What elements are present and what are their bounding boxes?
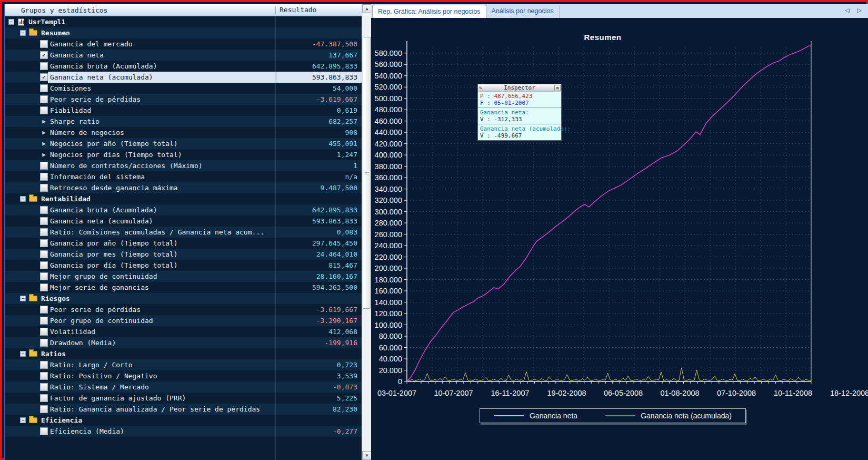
checkbox-unchecked[interactable] bbox=[40, 372, 48, 380]
tree-row-stat[interactable]: Ratio: Sistema / Mercado-0,073 bbox=[5, 381, 362, 393]
tree-row-stat[interactable]: Ratio: Largo / Corto0,723 bbox=[5, 359, 362, 370]
tree-row-stat[interactable]: ✔Ganancia neta137,667 bbox=[5, 50, 362, 61]
tree-row-group[interactable]: −Riesgos bbox=[5, 293, 362, 304]
expand-arrow-icon[interactable]: ▶ bbox=[40, 140, 48, 147]
scrollbar-thumb[interactable] bbox=[363, 37, 371, 309]
tree-row-stat[interactable]: Ganancia por año (Tiempo total)297.645,4… bbox=[5, 238, 362, 249]
collapse-icon[interactable]: − bbox=[8, 19, 14, 25]
tree-row-stat[interactable]: Mejor grupo de continuidad28.160,167 bbox=[5, 271, 362, 282]
tree-row-stat[interactable]: ▶Negocios por año (Tiempo total)455,091 bbox=[5, 138, 362, 149]
tree-row-stat[interactable]: Peor serie de pérdidas-3.619,667 bbox=[5, 304, 362, 315]
tree-row-stat[interactable]: Ganancia del mercado-47.387,500 bbox=[5, 38, 362, 50]
checkbox-unchecked[interactable] bbox=[40, 405, 48, 413]
tree-row-stat[interactable]: Retroceso desde ganancia máxima9.487,500 bbox=[5, 182, 362, 193]
row-controls bbox=[5, 427, 48, 435]
checkbox-unchecked[interactable] bbox=[40, 84, 48, 92]
checkbox-unchecked[interactable] bbox=[40, 306, 48, 314]
tree-row-stat[interactable]: Drawdown (Media)-199,916 bbox=[5, 337, 362, 348]
tree-row-stat[interactable]: Eficiencia (Media)-0,277 bbox=[5, 426, 362, 437]
tree-row-stat[interactable]: Ratio: Ganancia anualizada / Peor serie … bbox=[5, 404, 362, 415]
tree-row-stat[interactable]: Factor de ganancia ajustado (PRR)5,225 bbox=[5, 393, 362, 404]
row-value: 455,091 bbox=[276, 138, 362, 149]
checkbox-unchecked[interactable] bbox=[40, 283, 48, 291]
checkbox-unchecked[interactable] bbox=[40, 383, 48, 391]
tree-row-group[interactable]: −Eficiencia bbox=[5, 415, 362, 426]
tree-row-stat[interactable]: Número de contratos/acciones (Máximo)1 bbox=[5, 160, 362, 171]
checkbox-unchecked[interactable] bbox=[40, 95, 48, 103]
checkbox-checked[interactable]: ✔ bbox=[40, 73, 48, 81]
tree-row-stat[interactable]: ▶Negocios por días (Tiempo total)1,247 bbox=[5, 149, 362, 160]
tree-row-stat[interactable]: Ganancia neta (acumulada)593.863,833 bbox=[5, 216, 362, 227]
tree-row-root[interactable]: −UsrTempl1 bbox=[5, 16, 362, 27]
tree-row-stat[interactable]: ✔Ganancia neta (acumulada)593.863,833 bbox=[5, 72, 362, 83]
svg-text:180.000: 180.000 bbox=[375, 276, 402, 284]
checkbox-unchecked[interactable] bbox=[40, 184, 48, 192]
checkbox-unchecked[interactable] bbox=[40, 361, 48, 369]
tree-row-stat[interactable]: Ratio: Positivo / Negativo3,539 bbox=[5, 370, 362, 381]
tree-row-group[interactable]: −Rentabilidad bbox=[5, 193, 362, 204]
checkbox-unchecked[interactable] bbox=[40, 217, 48, 225]
checkbox-unchecked[interactable] bbox=[40, 339, 48, 347]
chart-plot[interactable]: 020.00040.00060.00080.000100.000120.0001… bbox=[371, 18, 868, 460]
checkbox-unchecked[interactable] bbox=[40, 328, 48, 336]
checkbox-unchecked[interactable] bbox=[40, 239, 48, 247]
expand-arrow-icon[interactable]: ▶ bbox=[40, 118, 48, 125]
checkbox-unchecked[interactable] bbox=[40, 162, 48, 170]
tab-rep-grafica[interactable]: Rep. Gráfica: Análisis por negocios bbox=[372, 5, 486, 18]
row-value bbox=[276, 27, 362, 38]
tree-scrollbar[interactable]: ▲ ▼ bbox=[362, 4, 371, 460]
legend-label: Ganancia neta (acumulada) bbox=[641, 412, 732, 420]
scroll-down-button[interactable]: ▼ bbox=[362, 451, 372, 460]
tree-row-stat[interactable]: Fiabilidad0,619 bbox=[5, 105, 362, 116]
checkbox-checked[interactable]: ✔ bbox=[40, 51, 48, 59]
tree-row-stat[interactable]: ▶Sharpe ratio682,257 bbox=[5, 116, 362, 127]
inspector-tooltip[interactable]: ✎ Inspector ▨ P : 487,656,423F : 05-01-2… bbox=[477, 84, 562, 141]
tree-row-stat[interactable]: Peor serie de pérdidas-3.619,667 bbox=[5, 94, 362, 105]
checkbox-unchecked[interactable] bbox=[40, 394, 48, 402]
checkbox-unchecked[interactable] bbox=[40, 173, 48, 181]
collapse-icon[interactable]: − bbox=[20, 296, 26, 301]
scroll-up-button[interactable]: ▲ bbox=[362, 4, 372, 13]
collapse-icon[interactable]: − bbox=[20, 30, 26, 36]
checkbox-unchecked[interactable] bbox=[40, 206, 48, 214]
checkbox-unchecked[interactable] bbox=[40, 228, 48, 236]
inspector-collapse-button[interactable]: ▨ bbox=[554, 85, 561, 91]
tree-row-group[interactable]: −Resumen bbox=[5, 27, 362, 38]
checkbox-unchecked[interactable] bbox=[40, 427, 48, 435]
tab-analisis-negocios[interactable]: Análisis por negocios bbox=[486, 5, 560, 18]
tab-scroll-arrows-icon[interactable]: ◁ ▷ bbox=[845, 7, 865, 14]
tree-row-stat[interactable]: Volatilidad412,068 bbox=[5, 326, 362, 337]
row-controls bbox=[5, 272, 48, 280]
svg-text:10-11-2008: 10-11-2008 bbox=[774, 389, 812, 397]
tree-row-stat[interactable]: Ganancia bruta (Acumulada)642.895,833 bbox=[5, 61, 362, 72]
tree-row-stat[interactable]: Información del sisteman/a bbox=[5, 171, 362, 182]
checkbox-unchecked[interactable] bbox=[40, 317, 48, 325]
expand-arrow-icon[interactable]: ▶ bbox=[40, 151, 48, 158]
row-value: -3.290,167 bbox=[276, 315, 362, 326]
collapse-icon[interactable]: − bbox=[20, 196, 26, 202]
tree-row-stat[interactable]: Ratio: Comisiones acumuladas / Ganancia … bbox=[5, 227, 362, 238]
tree-row-stat[interactable]: Ganancia por mes (Tiempo total)24.464,01… bbox=[5, 249, 362, 260]
checkbox-unchecked[interactable] bbox=[40, 272, 48, 280]
inspector-titlebar[interactable]: ✎ Inspector ▨ bbox=[478, 84, 561, 92]
legend-item: Ganancia neta (acumulada) bbox=[605, 412, 732, 420]
tree-row-stat[interactable]: Mejor serie de ganancias594.363,500 bbox=[5, 282, 362, 293]
pin-icon[interactable]: ✎ bbox=[479, 84, 482, 92]
row-value: -0,073 bbox=[276, 381, 362, 393]
tree-row-stat[interactable]: Comisiones54,000 bbox=[5, 83, 362, 94]
checkbox-unchecked[interactable] bbox=[40, 106, 48, 114]
tree-row-stat[interactable]: Ganancia por día (Tiempo total)815,467 bbox=[5, 260, 362, 271]
checkbox-unchecked[interactable] bbox=[40, 250, 48, 258]
tree-row-stat[interactable]: Peor grupo de continuidad-3.290,167 bbox=[5, 315, 362, 326]
tree-row-stat[interactable]: ▶Número de negocios908 bbox=[5, 127, 362, 138]
row-value: 1 bbox=[276, 160, 362, 171]
tree-row-group[interactable]: −Ratios bbox=[5, 348, 362, 359]
checkbox-unchecked[interactable] bbox=[40, 62, 48, 70]
row-controls bbox=[5, 250, 48, 258]
checkbox-unchecked[interactable] bbox=[40, 261, 48, 269]
collapse-icon[interactable]: − bbox=[20, 417, 26, 423]
checkbox-unchecked[interactable] bbox=[40, 40, 48, 48]
expand-arrow-icon[interactable]: ▶ bbox=[40, 129, 48, 136]
tree-row-stat[interactable]: Ganancia bruta (Acumulada)642.895,833 bbox=[5, 204, 362, 216]
collapse-icon[interactable]: − bbox=[20, 351, 26, 357]
